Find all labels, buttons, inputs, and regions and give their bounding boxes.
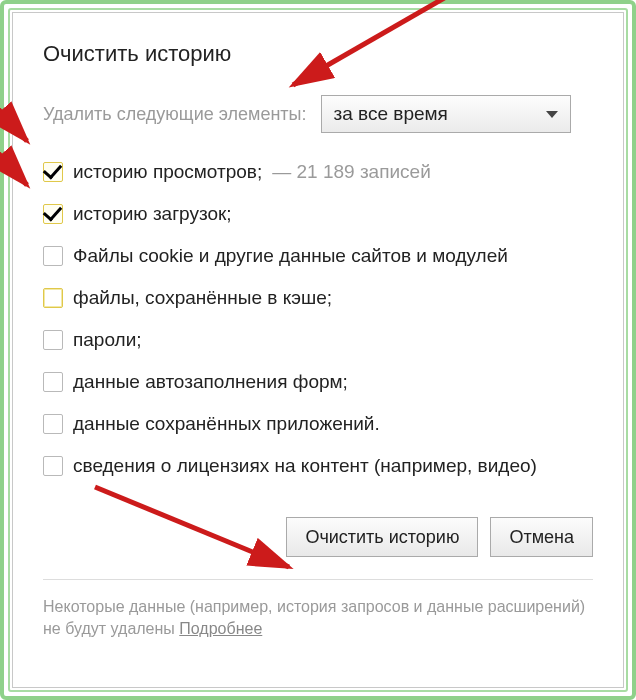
- dialog-title: Очистить историю: [43, 41, 593, 67]
- option-row: пароли;: [43, 323, 593, 357]
- period-dropdown[interactable]: за все время: [321, 95, 571, 133]
- option-row: файлы, сохранённые в кэше;: [43, 281, 593, 315]
- option-checkbox[interactable]: [43, 330, 63, 350]
- period-row: Удалить следующие элементы: за все время: [43, 95, 593, 133]
- button-row: Очистить историю Отмена: [43, 517, 593, 557]
- option-checkbox[interactable]: [43, 372, 63, 392]
- option-row: Файлы cookie и другие данные сайтов и мо…: [43, 239, 593, 273]
- option-label: историю просмотров;: [73, 160, 262, 185]
- cancel-button[interactable]: Отмена: [490, 517, 593, 557]
- option-label: историю загрузок;: [73, 202, 232, 227]
- svg-line-1: [0, 101, 27, 141]
- option-row: данные автозаполнения форм;: [43, 365, 593, 399]
- option-row: сведения о лицензиях на контент (наприме…: [43, 449, 593, 483]
- option-checkbox[interactable]: [43, 414, 63, 434]
- clear-history-dialog: Очистить историю Удалить следующие элеме…: [12, 12, 624, 688]
- annotation-arrow-icon: [0, 99, 49, 159]
- option-label: данные автозаполнения форм;: [73, 370, 348, 395]
- option-checkbox[interactable]: [43, 204, 63, 224]
- clear-history-button[interactable]: Очистить историю: [286, 517, 478, 557]
- option-checkbox[interactable]: [43, 162, 63, 182]
- period-label: Удалить следующие элементы:: [43, 104, 307, 125]
- period-dropdown-value: за все время: [334, 103, 448, 125]
- footer-text: Некоторые данные (например, история запр…: [43, 598, 585, 637]
- annotation-arrow-icon: [0, 143, 49, 203]
- option-label: сведения о лицензиях на контент (наприме…: [73, 454, 537, 479]
- frame-inner: Очистить историю Удалить следующие элеме…: [8, 8, 628, 692]
- option-label: Файлы cookie и другие данные сайтов и мо…: [73, 244, 508, 269]
- chevron-down-icon: [546, 111, 558, 118]
- svg-line-2: [0, 145, 27, 185]
- option-label: файлы, сохранённые в кэше;: [73, 286, 332, 311]
- options-list: историю просмотров; — 21 189 записейисто…: [43, 155, 593, 483]
- option-checkbox[interactable]: [43, 456, 63, 476]
- option-label: пароли;: [73, 328, 142, 353]
- footer-more-link[interactable]: Подробнее: [179, 620, 262, 637]
- option-label: данные сохранённых приложений.: [73, 412, 380, 437]
- option-row: данные сохранённых приложений.: [43, 407, 593, 441]
- frame-outer: Очистить историю Удалить следующие элеме…: [0, 0, 636, 700]
- option-checkbox[interactable]: [43, 246, 63, 266]
- option-suffix: — 21 189 записей: [272, 161, 431, 183]
- footer-note: Некоторые данные (например, история запр…: [43, 579, 593, 641]
- option-row: историю просмотров; — 21 189 записей: [43, 155, 593, 189]
- option-row: историю загрузок;: [43, 197, 593, 231]
- option-checkbox[interactable]: [43, 288, 63, 308]
